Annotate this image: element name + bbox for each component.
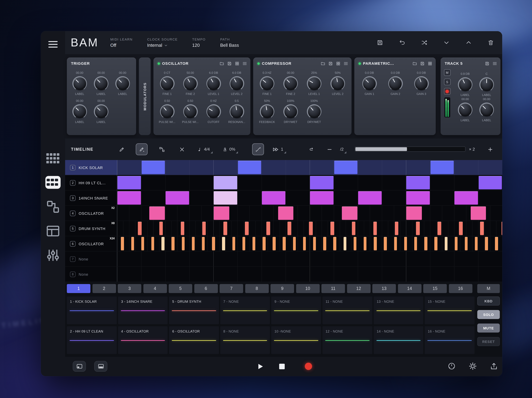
knob-label[interactable]: 00.00LABEL — [69, 71, 90, 96]
note-block[interactable] — [141, 237, 144, 250]
chevron-down-button[interactable] — [443, 39, 450, 46]
pattern-cell[interactable]: 11 - NONE — [323, 297, 372, 324]
knob-pulse-wi-[interactable]: 0.50PULSE WI... — [179, 99, 202, 124]
note-block[interactable] — [202, 237, 205, 250]
note-block[interactable] — [222, 237, 225, 250]
pattern-button-1[interactable]: 1 — [67, 284, 90, 293]
knob-label[interactable]: 00.00LABEL — [454, 97, 476, 122]
note-block[interactable] — [394, 237, 397, 250]
sidebar-item-modular[interactable] — [45, 200, 61, 213]
folder-button[interactable] — [220, 61, 224, 66]
zoom-out-button[interactable] — [323, 143, 335, 155]
sidebar-item-sequencer[interactable] — [45, 176, 61, 189]
note-block[interactable] — [151, 237, 154, 250]
note-block[interactable] — [224, 222, 227, 235]
pattern-cell[interactable]: 3 - 14INCH SNARE — [118, 297, 168, 324]
knob-label[interactable]: 00.00LABEL — [90, 71, 112, 96]
knob-gain-3[interactable]: 0.0 DBGAIN 3 — [408, 71, 434, 96]
metronome-control[interactable]: 0% — [223, 143, 238, 155]
note-block[interactable] — [323, 237, 326, 250]
knob-gain-1[interactable]: 0.0 DBGAIN 1 — [356, 71, 382, 96]
note-block[interactable] — [475, 237, 478, 250]
note-block[interactable] — [354, 237, 357, 250]
layout-left-panel-button[interactable] — [73, 361, 86, 372]
pattern-cell[interactable]: 9 - NONE — [271, 297, 321, 324]
undo-button[interactable] — [399, 39, 405, 46]
track-step-grid[interactable] — [117, 267, 502, 282]
track-label[interactable]: 8None — [65, 267, 117, 282]
note-block[interactable] — [212, 237, 215, 250]
pattern-button-12[interactable]: 12 — [347, 284, 370, 293]
note-block[interactable] — [238, 161, 261, 174]
menu-button[interactable] — [344, 61, 348, 66]
note-block[interactable] — [455, 237, 457, 250]
note-block[interactable] — [262, 191, 285, 205]
note-block[interactable] — [406, 191, 430, 205]
pattern-cell[interactable]: 12 - NONE — [323, 326, 372, 354]
track-solo-button[interactable]: S — [444, 79, 450, 85]
note-block[interactable] — [138, 222, 141, 235]
track-step-grid[interactable] — [117, 206, 502, 221]
knob-fine-2[interactable]: 50.00FINE 2 — [179, 71, 202, 96]
note-block[interactable] — [406, 206, 422, 220]
note-block[interactable] — [253, 237, 255, 250]
trash-button[interactable] — [488, 39, 494, 46]
note-block[interactable] — [141, 161, 165, 174]
track-label[interactable]: 4OSCILLATORX2 — [65, 206, 117, 221]
knob-label[interactable]: 0.9 DBLABEL — [454, 72, 476, 97]
grid-button[interactable] — [336, 61, 341, 66]
controller-button[interactable] — [448, 362, 456, 370]
note-block[interactable] — [470, 206, 486, 220]
note-block[interactable] — [395, 222, 398, 235]
knob-label[interactable]: CLABEL — [476, 72, 497, 97]
pattern-cell[interactable]: 15 - NONE — [425, 297, 474, 324]
note-block[interactable] — [342, 206, 357, 220]
settings-button[interactable] — [469, 362, 477, 370]
note-block[interactable] — [283, 237, 286, 250]
note-block[interactable] — [214, 191, 237, 205]
pattern-button-5[interactable]: 5 — [169, 284, 192, 293]
sidebar-item-pads[interactable] — [45, 152, 61, 164]
zoom-in-button[interactable] — [484, 143, 496, 155]
note-block[interactable] — [117, 191, 141, 205]
note-block[interactable] — [435, 237, 437, 250]
pattern-cell[interactable]: 2 - HH 09 LT CLEAN — [67, 326, 117, 354]
pattern-button-16[interactable]: 16 — [449, 284, 472, 293]
sidebar-item-editor[interactable] — [45, 224, 61, 237]
note-block[interactable] — [303, 237, 306, 250]
note-block[interactable] — [172, 237, 175, 250]
automation-curve-button[interactable] — [252, 143, 264, 155]
note-block[interactable] — [263, 237, 266, 250]
note-block[interactable] — [159, 222, 163, 235]
knob-label[interactable]: 00.00LABEL — [90, 99, 112, 124]
note-block[interactable] — [214, 206, 229, 220]
note-block[interactable] — [330, 222, 334, 235]
note-block[interactable] — [131, 237, 134, 250]
chevron-up-button[interactable] — [466, 39, 472, 46]
save-button[interactable] — [485, 61, 489, 66]
note-block[interactable] — [343, 237, 346, 250]
clear-button[interactable] — [176, 143, 188, 155]
knob-fine-2[interactable]: 00.00FINE 2 — [279, 71, 302, 96]
loop-button[interactable] — [305, 143, 317, 155]
save-button[interactable] — [420, 61, 425, 66]
timeline-scrollbar[interactable] — [355, 146, 466, 152]
pattern-cell[interactable]: 16 - NONE — [425, 326, 474, 354]
pattern-cell[interactable]: 14 - NONE — [374, 326, 423, 354]
note-block[interactable] — [334, 161, 357, 174]
sidebar-item-mixer[interactable] — [45, 249, 61, 261]
reset-button[interactable]: RESET — [477, 337, 500, 346]
pattern-chain-button[interactable] — [156, 143, 168, 155]
header-field-tempo[interactable]: TEMPO120 — [192, 38, 206, 48]
knob-resonan-[interactable]: 0.5RESONAN... — [225, 99, 248, 124]
note-block[interactable] — [416, 222, 420, 235]
pattern-button-11[interactable]: 11 — [321, 284, 345, 293]
pattern-button-2[interactable]: 2 — [92, 284, 116, 293]
track-label[interactable]: 2HH 09 LT CL... — [65, 175, 117, 190]
note-block[interactable] — [232, 237, 235, 250]
note-block[interactable] — [149, 206, 165, 220]
layout-bottom-panel-button[interactable] — [94, 361, 107, 372]
note-block[interactable] — [358, 191, 381, 205]
track-label[interactable]: 7None — [65, 252, 117, 266]
note-block[interactable] — [374, 237, 377, 250]
